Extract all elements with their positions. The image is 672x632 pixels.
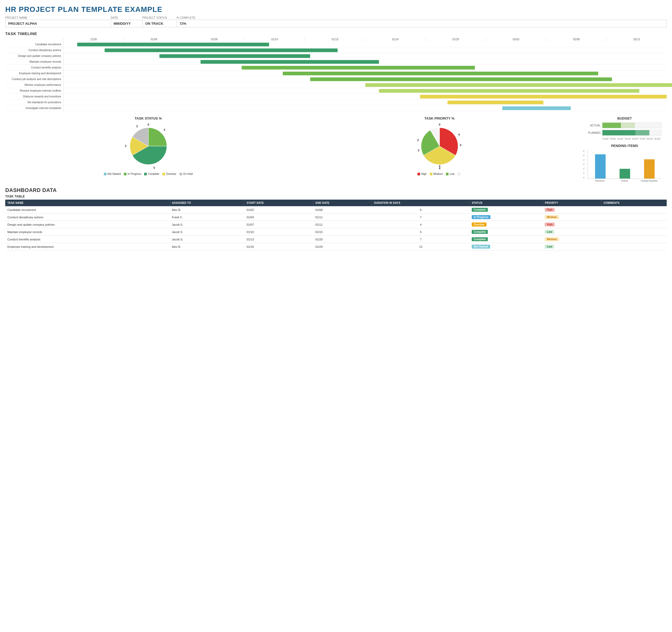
budget-axis: 20,00030,00040,00050,00060,00070,00080,0…	[602, 137, 662, 140]
gantt-bar	[379, 89, 639, 93]
status-cell: Not Started	[470, 243, 543, 250]
pending-chart: PENDING ITEMS 6543210 DecisionsActionsCh…	[588, 144, 662, 182]
end-date: 01/15	[313, 228, 372, 236]
task-name: Candidate recruitment	[5, 206, 170, 213]
assigned-to: Alex B.	[170, 206, 244, 213]
gantt-bar	[502, 106, 571, 110]
pending-x-labels: DecisionsActionsChange Requests	[588, 179, 662, 182]
legend-item: Not Started	[104, 173, 121, 175]
end-date: 01/29	[313, 243, 372, 250]
legend-color	[162, 173, 165, 175]
legend-color	[458, 173, 460, 175]
project-complete-value: 72%	[177, 20, 203, 27]
gantt-row: Conduct disciplinary actions	[5, 47, 667, 53]
budget-tick: 20,000	[602, 137, 609, 140]
table-header: PRIORITY	[543, 200, 601, 206]
gantt-date: 01/04	[124, 38, 184, 42]
charts-row: TASK STATUS % 35220 Not Started In Progr…	[5, 117, 667, 182]
budget-bars: ACTUAL PLANNED 20,00030,00040,00050,0006…	[588, 123, 662, 140]
pending-bar-group	[589, 154, 611, 179]
dashboard-title: DASHBOARD DATA	[5, 187, 667, 193]
legend-color	[104, 173, 106, 175]
gantt-task-label: Investigate internal complaints	[5, 107, 63, 109]
task-name: Conduct benefits analysis	[5, 236, 170, 243]
task-status-legend: Not Started In Progress Complete Overdue…	[5, 173, 291, 175]
pending-x-label: Actions	[614, 180, 635, 182]
pending-bar	[620, 169, 630, 179]
complete-label: % COMPLETE	[176, 16, 203, 19]
budget-tick: 90,000	[654, 137, 662, 140]
budget-tick: 80,000	[647, 137, 654, 140]
pending-bars-inner: 6543210	[588, 150, 662, 179]
pie-label-top: 0	[438, 123, 440, 126]
pending-bar-group	[638, 159, 660, 179]
gantt-row: Conduct benefits analysis	[5, 65, 667, 71]
legend-item: In Progress	[124, 173, 141, 175]
gantt-date: 01/14	[244, 38, 305, 42]
assigned-to: Alex B.	[170, 243, 244, 250]
task-name: Employee training and development	[5, 243, 170, 250]
gantt-row: Set standards for promotions	[5, 100, 667, 105]
legend-label: Medium	[433, 173, 443, 175]
priority-cell: High	[543, 206, 601, 213]
pending-bars: 6543210 DecisionsActionsChange Requests	[588, 150, 662, 182]
gantt-bar	[310, 77, 612, 81]
project-date-value: MM/DD/YY	[111, 20, 143, 27]
priority-cell: Low	[543, 228, 601, 236]
gantt-task-label: Conduct disciplinary actions	[5, 49, 63, 52]
pie-label: 3	[163, 128, 165, 131]
legend-color	[179, 173, 182, 175]
gantt-task-label: Maintain employee records	[5, 60, 63, 63]
gantt-row: Maintain employee records	[5, 59, 667, 65]
gantt-date: 12/30	[63, 38, 124, 42]
gantt-task-label: Candidate recruitment	[5, 43, 63, 46]
gantt-bar	[448, 101, 544, 104]
gantt-row: Conduct job analysis and role descriptio…	[5, 76, 667, 82]
comments-cell	[601, 206, 667, 213]
end-date: 01/11	[313, 221, 372, 228]
status-badge: Complete	[472, 208, 488, 212]
duration: 6	[372, 206, 470, 213]
pending-x-label: Change Requests	[638, 180, 660, 182]
comments-cell	[601, 221, 667, 228]
gantt-row: Design and update company policies	[5, 53, 667, 59]
gantt-date: 01/19	[305, 38, 365, 42]
gantt-task-label: Conduct benefits analysis	[5, 66, 63, 69]
gantt-bar	[160, 54, 310, 58]
status-cell: Overdue	[470, 221, 543, 228]
gantt-bar	[242, 66, 475, 70]
gantt-date: 01/09	[184, 38, 244, 42]
legend-item: Low	[446, 173, 454, 175]
table-header: COMMENTS	[601, 200, 667, 206]
project-info: PROJECT NAME DATE PROJECT STATUS % COMPL…	[5, 16, 667, 27]
pending-title: PENDING ITEMS	[588, 144, 662, 148]
status-cell: In Progress	[470, 213, 543, 221]
pending-y-label: 3	[583, 163, 584, 166]
gantt-date: 02/13	[606, 38, 667, 42]
assigned-to: Jacob S.	[170, 228, 244, 236]
start-date: 01/10	[244, 228, 313, 236]
task-status-title: TASK STATUS %	[5, 117, 291, 120]
gantt-task-label: Set standards for promotions	[5, 101, 63, 104]
comments-cell	[601, 243, 667, 250]
legend-label: High	[421, 173, 427, 175]
pending-x-label: Decisions	[589, 180, 611, 182]
budget-bar-row: ACTUAL	[588, 123, 662, 128]
gantt-task-label: Conduct job analysis and role descriptio…	[5, 78, 63, 81]
table-row: Employee training and development Alex B…	[5, 243, 667, 250]
table-row: Design and update company policies Jacob…	[5, 221, 667, 228]
pie-label: 2	[125, 144, 126, 148]
legend-color	[417, 173, 420, 175]
table-header: STATUS	[470, 200, 543, 206]
gantt-date: 02/08	[546, 38, 606, 42]
pie-label: 5	[153, 166, 155, 169]
pie-label-right: 5	[460, 144, 461, 147]
gantt-bar	[77, 43, 269, 46]
duration: 7	[372, 213, 470, 221]
pending-bar	[595, 154, 606, 179]
duration: 5	[372, 228, 470, 236]
end-date: 01/20	[313, 236, 372, 243]
gantt-task-label: Monitor employee performance	[5, 83, 63, 86]
priority-badge: Low	[545, 230, 554, 234]
legend-item: On Hold	[179, 173, 193, 175]
